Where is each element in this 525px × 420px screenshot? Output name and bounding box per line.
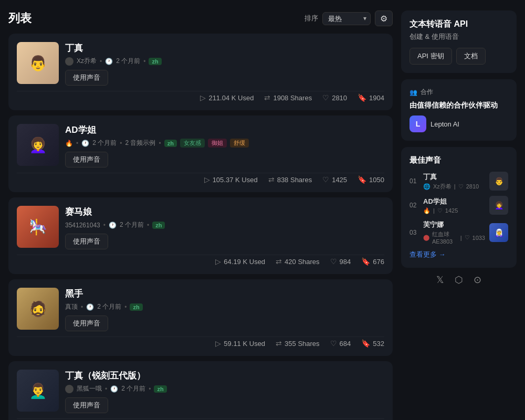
partner-item[interactable]: L Lepton AI (410, 116, 508, 132)
used-count-3: 64.19 K Used (224, 258, 265, 266)
best-rank-3: 03 (410, 229, 419, 236)
likes-count-3: 984 (340, 258, 351, 266)
voice-card-4: 🧔 黑手 真顶 • 🕐 2 个月前 • zh 使用声音 (8, 279, 393, 356)
share-icon-1: ⇄ (264, 93, 270, 102)
sort-select[interactable]: 最热最新最多使用 (322, 12, 371, 25)
sort-select-wrapper[interactable]: 最热最新最多使用 (322, 12, 371, 25)
discord-icon[interactable]: ⬡ (455, 274, 463, 286)
github-icon[interactable]: ⊙ (474, 274, 481, 286)
main-content: 列表 排序 最热最新最多使用 ⚙ 👨 丁真 (8, 10, 393, 420)
card-name-3: 赛马娘 (65, 206, 384, 218)
best-author-3: 红血球AE3803 (432, 230, 458, 245)
clock-icon-4: 🕐 (86, 303, 94, 311)
heart-sep-3: | (460, 235, 462, 241)
heart-sep-2: | (433, 207, 435, 214)
likes-stat-2: ♡ 1425 (322, 175, 347, 184)
share-icon-4: ⇄ (276, 339, 282, 348)
tag-mature-2: 御姐 (208, 139, 227, 148)
avatar-2: 👩‍🦱 (17, 124, 59, 166)
bookmarks-count-3: 676 (373, 258, 384, 266)
best-name-2: AD学姐 (423, 197, 485, 206)
use-btn-3[interactable]: 使用声音 (65, 234, 108, 249)
author-avatar-5 (65, 385, 74, 393)
clock-icon-3: 🕐 (109, 222, 117, 229)
bookmarks-stat-3: 🔖 676 (361, 257, 384, 266)
flame-icon-2: 🔥 (65, 140, 73, 147)
lang-badge-3: zh (152, 222, 165, 229)
bookmark-icon-4: 🔖 (361, 339, 370, 348)
best-item-1: 01 丁真 🌐 Xz乔希 | ♡ 2810 👨 (410, 172, 508, 191)
card-info-3: 赛马娘 3541261043 • 🕐 2 个月前 • zh 使用声音 (65, 206, 384, 249)
bookmark-icon-1: 🔖 (358, 93, 366, 102)
author-name-3: 3541261043 (65, 222, 100, 229)
heart-sep-1: | (454, 183, 456, 190)
shares-stat-4: ⇄ 355 Shares (276, 339, 320, 348)
heart-icon-2: ♡ (322, 175, 329, 184)
bookmarks-count-2: 1050 (369, 176, 384, 184)
card-time-4: 2 个月前 (97, 302, 121, 311)
sidebar: 文本转语音 API 创建 & 使用语音 API 密钥 文档 👥 合作 由值得信赖… (401, 10, 517, 420)
play-icon-1: ▷ (200, 93, 206, 102)
best-info-2: AD学姐 🔥 | ♡ 1425 (423, 197, 485, 214)
card-info-2: AD学姐 🔥 • 🕐 2 个月前 • 2 音频示例 • zh 女友感 御姐 (65, 124, 384, 167)
avatar-4: 🧔 (17, 288, 59, 330)
page-title: 列表 (8, 10, 32, 26)
avatar-3: 🎠 (17, 206, 59, 248)
use-btn-4[interactable]: 使用声音 (65, 316, 108, 331)
use-btn-5[interactable]: 使用声音 (65, 397, 108, 413)
avatar-5: 👨‍🦱 (17, 370, 59, 412)
sort-label: 排序 (304, 14, 318, 23)
best-voices-card: 最佳声音 01 丁真 🌐 Xz乔希 | ♡ 2810 👨 02 (401, 147, 517, 268)
use-btn-2[interactable]: 使用声音 (65, 152, 108, 167)
card-name-4: 黑手 (65, 288, 384, 300)
audio-count-2: 2 音频示例 (125, 139, 155, 148)
play-icon-4: ▷ (215, 339, 221, 348)
best-meta-1: 🌐 Xz乔希 | ♡ 2810 (423, 183, 485, 191)
bookmarks-count-1: 1904 (369, 94, 384, 102)
tag-girlish-2: 女友感 (180, 139, 205, 148)
card-stats-3: ▷ 64.19 K Used ⇄ 420 Shares ♡ 984 🔖 676 (17, 255, 384, 266)
bookmark-icon-3: 🔖 (361, 257, 370, 266)
social-bar: 𝕏 ⬡ ⊙ (401, 274, 517, 286)
heart-icon-best-1: ♡ (458, 183, 464, 190)
card-info-4: 黑手 真顶 • 🕐 2 个月前 • zh 使用声音 (65, 288, 384, 331)
bookmarks-stat-2: 🔖 1050 (358, 175, 384, 184)
voice-card-1: 👨 丁真 Xz乔希 • 🕐 2 个月前 • zh 使用 (8, 34, 393, 110)
partner-logo: L (410, 116, 426, 132)
used-stat-4: ▷ 59.11 K Used (215, 339, 265, 348)
card-stats-2: ▷ 105.37 K Used ⇄ 838 Shares ♡ 1425 🔖 10… (17, 173, 384, 184)
main-header: 列表 排序 最热最新最多使用 ⚙ (8, 10, 393, 26)
best-name-3: 芙宁娜 (423, 220, 485, 229)
best-author-icon-3: ⬤ (423, 234, 429, 241)
filter-button[interactable]: ⚙ (375, 10, 393, 26)
card-top-3: 🎠 赛马娘 3541261043 • 🕐 2 个月前 • zh 使用声音 (17, 206, 384, 249)
card-stats-4: ▷ 59.11 K Used ⇄ 355 Shares ♡ 684 🔖 532 (17, 337, 384, 348)
lang-badge-5: zh (154, 385, 166, 393)
card-time-3: 2 个月前 (120, 220, 144, 229)
use-btn-1[interactable]: 使用声音 (65, 70, 108, 86)
card-name-1: 丁真 (65, 42, 384, 54)
heart-icon-3: ♡ (330, 257, 337, 266)
twitter-icon[interactable]: 𝕏 (436, 274, 444, 286)
author-name-5: 黑狐一哦 (77, 384, 102, 393)
play-icon-3: ▷ (215, 257, 221, 266)
view-more-link[interactable]: 查看更多 → (410, 250, 508, 259)
card-meta-1: Xz乔希 • 🕐 2 个月前 • zh (65, 57, 384, 66)
card-meta-5: 黑狐一哦 • 🕐 2 个月前 • zh (65, 384, 384, 393)
card-info-1: 丁真 Xz乔希 • 🕐 2 个月前 • zh 使用声音 (65, 42, 384, 86)
api-subtitle: 创建 & 使用语音 (410, 32, 508, 41)
share-icon-3: ⇄ (276, 257, 282, 266)
lang-badge-1: zh (149, 58, 161, 65)
clock-icon-2: 🕐 (81, 140, 89, 147)
partner-icon: 👥 (410, 89, 417, 96)
partner-desc: 由值得信赖的合作伙伴驱动 (410, 101, 508, 110)
best-author-icon-2: 🔥 (423, 207, 430, 214)
used-count-4: 59.11 K Used (224, 340, 265, 348)
shares-count-4: 355 Shares (285, 340, 320, 348)
shares-count-1: 1908 Shares (273, 94, 312, 102)
api-key-button[interactable]: API 密钥 (410, 48, 452, 65)
api-docs-button[interactable]: 文档 (456, 48, 486, 65)
shares-stat-2: ⇄ 838 Shares (268, 175, 312, 184)
likes-count-2: 1425 (332, 176, 347, 184)
heart-icon-best-3: ♡ (465, 234, 470, 241)
